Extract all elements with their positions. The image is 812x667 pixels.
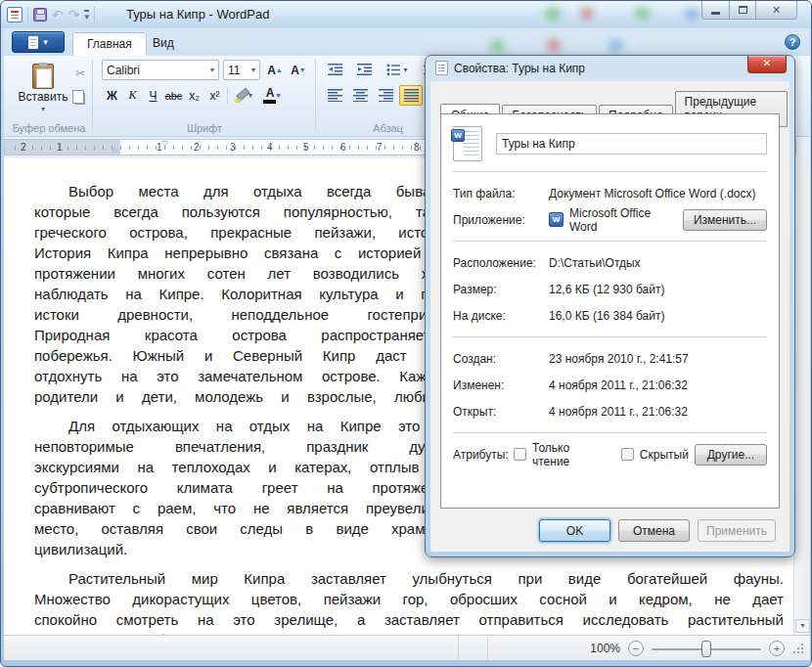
- toolbar-overflow-icon[interactable]: ▾: [84, 10, 89, 21]
- strikethrough-button[interactable]: abc: [163, 85, 184, 106]
- align-center-button[interactable]: [348, 85, 372, 106]
- hidden-checkbox[interactable]: [621, 448, 634, 461]
- paste-button[interactable]: Вставить ▾: [16, 59, 70, 117]
- zoom-in-button[interactable]: +: [769, 641, 785, 656]
- group-separator: [92, 60, 93, 130]
- resize-grip[interactable]: [792, 643, 804, 654]
- text-line: которые всегда пользуются популярностью,…: [34, 201, 445, 222]
- text-line: наблюдать на Кипре. Колоритная культура …: [34, 284, 445, 304]
- readonly-checkbox[interactable]: [514, 448, 526, 461]
- highlighter-icon: [235, 89, 248, 103]
- status-bar: 100% − +: [4, 635, 810, 660]
- modified-label: Изменен:: [453, 378, 543, 392]
- align-right-icon: [379, 89, 393, 102]
- advanced-button[interactable]: Другие...: [695, 444, 767, 466]
- copy-button[interactable]: [70, 89, 90, 109]
- grow-font-button[interactable]: А▲: [264, 60, 286, 80]
- ruler-number: 3: [230, 142, 236, 153]
- paragraph: Выбор места для отдыха всегда бывает кот…: [34, 181, 445, 407]
- zoom-out-button[interactable]: −: [628, 641, 644, 656]
- minimize-icon: [711, 12, 720, 15]
- subscript-button[interactable]: x₂: [184, 85, 204, 106]
- text-line: отдохнуть на это замечательном острове. …: [34, 366, 445, 386]
- underline-button[interactable]: Ч: [143, 85, 163, 106]
- wordpad-app-icon[interactable]: [7, 7, 23, 22]
- bold-button[interactable]: Ж: [102, 85, 122, 106]
- restore-icon: [739, 6, 747, 14]
- superscript-button[interactable]: x²: [204, 85, 225, 106]
- chevron-down-icon: ▾: [41, 105, 45, 113]
- apply-button[interactable]: Применить: [698, 519, 776, 542]
- quick-access-toolbar: ↶ ↷ ▾: [7, 5, 95, 24]
- font-color-icon: А: [263, 88, 276, 104]
- text-line: истоки древности, неподдельное гостеприи…: [34, 304, 445, 325]
- first-line-indent-marker[interactable]: ▽: [161, 140, 168, 149]
- zoom-slider-thumb[interactable]: [701, 641, 711, 657]
- up-triangle-icon: ▲: [276, 67, 283, 73]
- zoom-slider[interactable]: [652, 641, 761, 657]
- text-line: протяжении многих сотен лет возводились …: [34, 263, 445, 284]
- text-line: Множество дикорастущих цветов, пейзажи г…: [34, 589, 784, 609]
- change-button[interactable]: Изменить...: [683, 209, 767, 231]
- readonly-label: Только чтение: [532, 441, 598, 468]
- tab-home[interactable]: Главная: [72, 32, 147, 56]
- increase-indent-button[interactable]: [352, 60, 378, 80]
- restore-button[interactable]: [729, 1, 756, 20]
- font-family-combo[interactable]: Calibri ▾: [102, 60, 219, 80]
- tab-view[interactable]: Вид: [139, 32, 188, 56]
- text-line: греческого острова, прекрасные пейзажи, …: [34, 222, 445, 243]
- text-line: Природная красота острова распространяет…: [34, 325, 445, 345]
- shrink-font-button[interactable]: А▼: [288, 60, 309, 80]
- text-line: родители и дети, молодежь и взрослые, лю…: [34, 386, 445, 407]
- font-group: Calibri ▾ 11 ▾ А▲ А▼ Ж К Ч abc x₂ x²: [94, 56, 315, 136]
- text-line: спокойно смотреть на это зрелище, а заст…: [34, 609, 784, 630]
- font-color-button[interactable]: А ▾: [257, 85, 287, 106]
- help-icon[interactable]: ?: [785, 34, 800, 50]
- redo-icon[interactable]: ↷: [68, 8, 80, 22]
- text-line: Выбор места для отдыха всегда бывает: [34, 181, 445, 201]
- status-separator: [487, 637, 488, 659]
- paste-label: Вставить: [19, 90, 68, 104]
- wordpad-window: ↶ ↷ ▾ Туры на Кипр - WordPad ✕ ▾ Главная…: [0, 0, 812, 667]
- text-line: цивилизаций.: [34, 539, 445, 559]
- italic-button[interactable]: К: [122, 85, 143, 106]
- properties-dialog: Свойства: Туры на Кипр ✕ Общие Безопасно…: [425, 55, 795, 557]
- undo-icon[interactable]: ↶: [52, 8, 64, 22]
- list-button[interactable]: ▾: [382, 60, 413, 80]
- decrease-indent-icon: [328, 64, 343, 76]
- cut-button[interactable]: ✂: [70, 64, 90, 83]
- highlight-color-button[interactable]: ▾: [230, 85, 257, 106]
- minimize-button[interactable]: [701, 1, 730, 20]
- left-indent-marker[interactable]: ⌂: [113, 146, 117, 155]
- align-left-button[interactable]: [323, 85, 346, 106]
- scroll-down-icon[interactable]: ▼: [795, 619, 810, 633]
- decrease-indent-button[interactable]: [323, 60, 348, 80]
- ok-button[interactable]: OK: [539, 519, 610, 542]
- clipboard-icon: [32, 64, 54, 89]
- save-icon[interactable]: [33, 8, 47, 22]
- vertical-scrollbar[interactable]: ▼: [793, 158, 810, 635]
- modified-value: 4 ноября 2011 г., 21:06:32: [549, 378, 688, 392]
- chevron-down-icon: ▾: [43, 37, 48, 47]
- text-line: побережья. Южный и Северный Кипр даст ме: [34, 345, 445, 366]
- chevron-down-icon: ▾: [206, 66, 214, 74]
- justify-button[interactable]: [399, 85, 423, 106]
- close-icon: ✕: [772, 4, 781, 17]
- ruler-number: 7: [377, 142, 383, 153]
- chevron-down-icon: ▾: [248, 66, 255, 74]
- glass-blur-blob: [545, 7, 561, 21]
- cancel-button[interactable]: Отмена: [618, 519, 690, 542]
- ruler-number: 6: [340, 142, 346, 153]
- ribbon-tab-row: ▾ Главная Вид ?: [4, 28, 810, 56]
- align-right-button[interactable]: [374, 85, 397, 106]
- file-type-label: Тип файла:: [453, 187, 543, 200]
- font-size-combo[interactable]: 11 ▾: [223, 60, 260, 80]
- dialog-close-button[interactable]: ✕: [747, 56, 787, 73]
- close-icon: ✕: [763, 58, 771, 68]
- toolbar-separator: [94, 7, 95, 22]
- wordpad-menu-button[interactable]: ▾: [12, 31, 65, 53]
- file-name-input[interactable]: [496, 133, 767, 155]
- text-line: неповторимые впечатления, праздник души: [34, 436, 445, 457]
- ruler-number: 8: [414, 142, 420, 153]
- close-button[interactable]: ✕: [755, 1, 797, 20]
